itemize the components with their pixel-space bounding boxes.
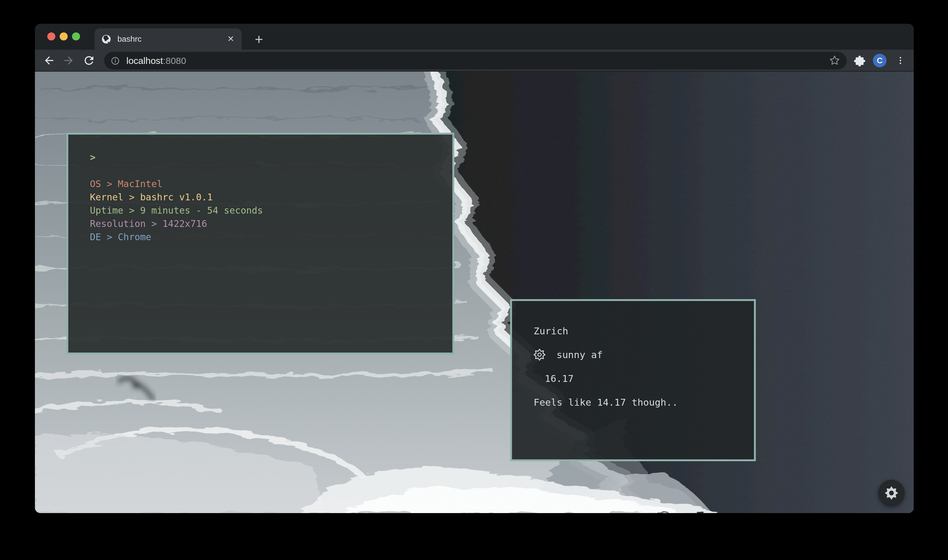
system-info-desktop-environment: DE > Chrome <box>90 230 440 243</box>
new-tab-button[interactable]: + <box>251 31 267 47</box>
browser-window: bashrc ✕ + <box>35 24 914 513</box>
forward-arrow-icon <box>62 54 75 67</box>
site-info-icon[interactable] <box>110 55 121 66</box>
system-info-os: OS > MacIntel <box>90 177 440 191</box>
page-content: > OS > MacIntel Kernel > bashrc v1.0.1 U… <box>35 72 914 513</box>
url-host: localhost <box>127 55 163 66</box>
tab-bashrc[interactable]: bashrc ✕ <box>94 28 242 50</box>
star-icon <box>829 54 840 66</box>
close-window-button[interactable] <box>47 32 55 40</box>
system-info-uptime: Uptime > 9 minutes - 54 seconds <box>90 204 440 217</box>
back-button[interactable] <box>42 54 56 67</box>
tab-close-icon[interactable]: ✕ <box>227 35 234 43</box>
weather-city: Zurich <box>534 319 745 343</box>
url-text[interactable]: localhost:8080 <box>127 55 186 66</box>
weather-condition-row: sunny af <box>534 343 745 366</box>
weather-widget: Zurich sunny af 16.17 Feels like 14.17 t… <box>510 299 756 461</box>
three-dot-menu-icon <box>895 55 906 66</box>
minimize-window-button[interactable] <box>60 32 68 40</box>
reload-icon <box>82 54 96 67</box>
traffic-lights <box>47 32 80 40</box>
extensions-button[interactable] <box>853 54 866 67</box>
globe-favicon-icon <box>101 34 111 44</box>
puzzle-icon <box>854 55 866 66</box>
bookmark-button[interactable] <box>829 54 840 67</box>
browser-menu-button[interactable] <box>895 54 906 67</box>
system-info-resolution: Resolution > 1422x716 <box>90 217 440 230</box>
terminal-prompt[interactable]: > <box>90 151 440 164</box>
weather-condition-gear-icon <box>534 349 545 361</box>
forward-button[interactable] <box>62 54 76 67</box>
system-info-kernel: Kernel > bashrc v1.0.1 <box>90 191 440 204</box>
tab-title: bashrc <box>117 34 221 44</box>
gear-icon <box>884 486 899 500</box>
settings-button[interactable] <box>878 480 905 506</box>
system-info-list: OS > MacIntel Kernel > bashrc v1.0.1 Upt… <box>90 177 440 243</box>
tab-strip: bashrc ✕ + <box>35 24 914 50</box>
terminal-widget: > OS > MacIntel Kernel > bashrc v1.0.1 U… <box>66 133 454 354</box>
browser-toolbar: localhost:8080 C <box>35 50 914 72</box>
profile-avatar[interactable]: C <box>873 54 886 67</box>
maximize-window-button[interactable] <box>72 32 80 40</box>
weather-feels-like: Feels like 14.17 though.. <box>534 390 745 414</box>
address-bar[interactable]: localhost:8080 <box>104 52 847 69</box>
back-arrow-icon <box>43 54 55 67</box>
weather-temperature: 16.17 <box>534 366 745 390</box>
weather-condition: sunny af <box>556 349 602 360</box>
url-port: :8080 <box>163 55 186 66</box>
reload-button[interactable] <box>82 54 96 67</box>
